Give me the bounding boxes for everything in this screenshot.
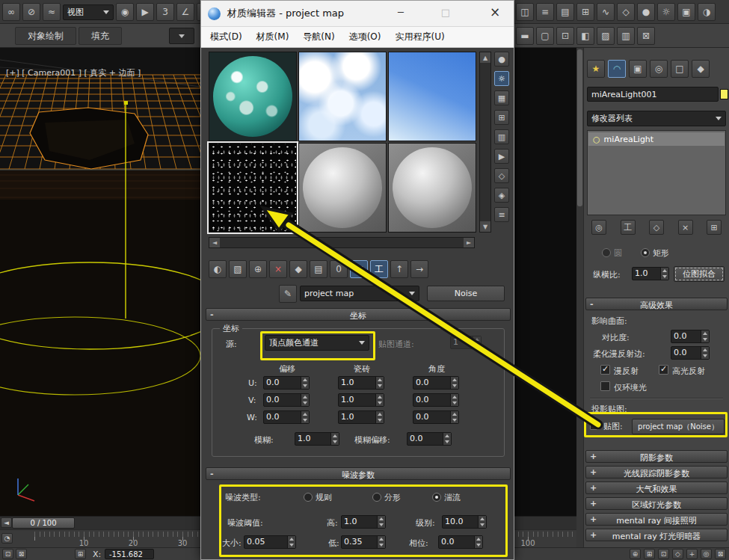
views-icon[interactable]: ⊠ <box>637 27 655 45</box>
create-tab[interactable]: ★ <box>587 60 605 78</box>
noise-type-turbulence-radio[interactable] <box>432 493 441 502</box>
sample-slot-clouds[interactable] <box>298 52 387 141</box>
schematic-view-icon[interactable]: ◇ <box>617 3 635 21</box>
sample-type-icon[interactable]: ● <box>494 52 509 67</box>
background-icon[interactable]: ▦ <box>494 90 509 105</box>
rollout-area-light-parameters[interactable]: 区域灯光参数 <box>585 497 728 510</box>
v-offset-spinner[interactable]: 0.0 <box>263 393 310 407</box>
minimize-button[interactable]: ─ <box>385 1 416 23</box>
zoom-extents-icon[interactable]: ⊡ <box>658 549 669 559</box>
scroll-down-icon[interactable]: ▼ <box>480 221 490 232</box>
v-tiling-spinner[interactable]: 1.0 <box>338 393 384 407</box>
time-slider-button[interactable]: 0 / 100 <box>12 517 75 529</box>
render-setup-icon[interactable]: ☼ <box>657 3 675 21</box>
scene-explorer-icon[interactable]: ⊞ <box>576 3 594 21</box>
snap-toggle-icon[interactable]: 3 <box>156 3 174 21</box>
low-spinner[interactable]: 0.35 <box>341 535 386 549</box>
explorer-icon[interactable]: ▥ <box>617 27 635 45</box>
isolate-icon[interactable]: ⊡ <box>556 27 574 45</box>
sample-slot-sky-gradient[interactable] <box>388 52 476 141</box>
angle-snap-icon[interactable]: ∠ <box>176 3 194 21</box>
curve-editor-icon[interactable]: ∿ <box>597 3 615 21</box>
motion-tab[interactable]: ◎ <box>650 60 668 78</box>
command-panel-scrollbar[interactable] <box>576 48 583 547</box>
display-tab[interactable]: □ <box>671 60 689 78</box>
sample-slot-celestial[interactable] <box>209 52 297 141</box>
rollout-atmospheres-effects[interactable]: 大气和效果 <box>585 481 728 494</box>
go-to-parent-icon[interactable]: ↑ <box>390 260 408 278</box>
material-type-button[interactable]: Noise <box>427 286 505 301</box>
maximize-viewport-icon[interactable]: ⊠ <box>715 549 726 559</box>
reset-map-icon[interactable]: × <box>269 260 287 278</box>
layer-manager-icon[interactable]: ▤ <box>556 3 574 21</box>
window-titlebar[interactable]: 材质编辑器 - project map <box>201 1 514 27</box>
tab-object-paint[interactable]: 对象绘制 <box>15 27 76 45</box>
levels-spinner[interactable]: 10.0 <box>442 515 487 529</box>
w-angle-spinner[interactable]: 0.0 <box>413 410 459 424</box>
rollout-coordinates[interactable]: 坐标 <box>206 308 511 321</box>
rollout-mentalray-light-shader[interactable]: mental ray 灯光明暗器 <box>585 529 728 541</box>
canvas-icon[interactable]: ▨ <box>597 27 615 45</box>
use-pivot-center-icon[interactable]: ◉ <box>116 3 134 21</box>
projector-map-button[interactable]: project map（Noise） <box>632 419 725 434</box>
rollout-noise-parameters[interactable]: 噪波参数 <box>206 467 511 480</box>
modifier-list-dropdown[interactable]: 修改器列表 <box>587 111 726 126</box>
blur-spinner[interactable]: 1.0 <box>295 432 339 446</box>
pan-icon[interactable]: + <box>686 549 698 559</box>
selection-lock-icon[interactable]: ⊠ <box>16 549 27 559</box>
maximize-button[interactable]: □ <box>430 1 461 23</box>
sample-vertical-scrollbar[interactable]: ▲ ▼ <box>479 52 491 233</box>
rollout-mentalray-indirect-illumination[interactable]: mental ray 间接照明 <box>585 513 728 526</box>
u-angle-spinner[interactable]: 0.0 <box>413 376 459 390</box>
contrast-spinner[interactable]: 0.0 <box>671 330 710 343</box>
sample-slot-default-gray[interactable] <box>298 143 387 233</box>
x-coordinate-field[interactable]: -151.682 <box>105 549 154 559</box>
phase-spinner[interactable]: 0.0 <box>438 535 483 549</box>
configure-sets-icon[interactable]: ⊞ <box>707 220 722 235</box>
zoom-all-icon[interactable]: ⊞ <box>644 549 655 559</box>
noise-type-fractal-radio[interactable] <box>372 493 381 502</box>
scrollbar-thumb[interactable] <box>577 49 582 206</box>
menu-utilities[interactable]: 实用程序(U) <box>395 31 444 43</box>
get-material-icon[interactable]: ◐ <box>209 260 227 278</box>
map-channel-spinner[interactable]: 1 <box>450 336 482 349</box>
assign-to-selection-icon[interactable]: ⊕ <box>249 260 267 278</box>
material-name-dropdown[interactable]: project map <box>300 286 419 301</box>
scroll-right-icon[interactable]: ► <box>464 238 474 247</box>
remove-modifier-icon[interactable]: × <box>678 220 693 235</box>
toolbar-collapse-dropdown[interactable] <box>169 28 194 44</box>
previous-frame-icon[interactable]: ◄ <box>1 517 12 528</box>
w-tiling-spinner[interactable]: 1.0 <box>338 410 384 424</box>
reference-coordinate-dropdown[interactable]: 视图 <box>63 4 114 20</box>
viewport-label[interactable]: [+] [ Camera001 ] [ 真实 + 边面 ] <box>6 67 141 79</box>
close-button[interactable]: × <box>479 1 511 23</box>
isolate-selection-icon[interactable]: ⊡ <box>2 549 13 559</box>
ribbon-icon[interactable]: ▬ <box>516 27 534 45</box>
fov-icon[interactable]: ◇ <box>672 549 683 559</box>
projector-map-checkbox[interactable] <box>590 420 600 430</box>
bitmap-fit-button[interactable]: 位图拟合 <box>674 266 725 282</box>
mirror-icon[interactable]: ◫ <box>516 3 534 21</box>
time-configuration-icon[interactable]: ◔ <box>1 533 13 544</box>
pick-material-eyedropper-icon[interactable]: ✎ <box>279 285 297 303</box>
rendered-frame-icon[interactable]: ▣ <box>677 3 695 21</box>
source-dropdown[interactable]: 顶点颜色通道 <box>265 335 369 351</box>
blur-offset-spinner[interactable]: 0.0 <box>407 432 452 446</box>
options-icon[interactable]: ◇ <box>494 168 509 183</box>
w-offset-spinner[interactable]: 0.0 <box>263 410 310 424</box>
sample-horizontal-scrollbar[interactable]: ◄ ► <box>209 237 475 248</box>
u-offset-spinner[interactable]: 0.0 <box>263 376 310 390</box>
menu-navigation[interactable]: 导航(N) <box>303 31 334 43</box>
rollout-raytrace-shadow-parameters[interactable]: 光线跟踪阴影参数 <box>585 466 728 479</box>
material-editor-icon[interactable]: ● <box>637 3 655 21</box>
object-name-field[interactable]: miAreaLight001 <box>587 87 719 102</box>
go-to-sibling-icon[interactable]: → <box>410 260 428 278</box>
shape-rect-radio[interactable] <box>641 248 650 257</box>
rollout-shadow-parameters[interactable]: 阴影参数 <box>585 450 728 463</box>
scroll-up-icon[interactable]: ▲ <box>480 52 490 63</box>
utilities-tab[interactable]: ◆ <box>692 60 710 78</box>
object-color-swatch[interactable] <box>720 89 728 99</box>
tab-populate[interactable]: 填充 <box>79 27 122 45</box>
show-end-result-icon[interactable]: 工 <box>621 220 636 235</box>
orbit-icon[interactable]: ◎ <box>701 549 712 559</box>
